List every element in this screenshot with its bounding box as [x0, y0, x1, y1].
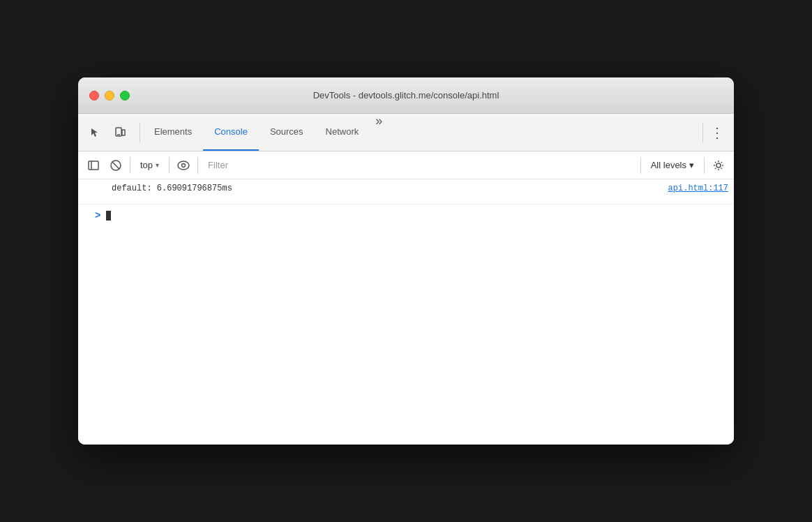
gear-icon [713, 160, 724, 171]
svg-rect-1 [122, 130, 125, 135]
console-log-link[interactable]: api.html:117 [668, 184, 728, 193]
tabs-bar: Elements Console Sources Network » ⋮ [78, 114, 734, 151]
svg-rect-3 [89, 161, 98, 170]
maximize-button[interactable] [120, 91, 130, 100]
minimize-button[interactable] [105, 91, 114, 100]
toolbar-divider-3 [197, 157, 198, 174]
sidebar-toggle-button[interactable] [84, 156, 103, 175]
console-input-row[interactable]: > [78, 204, 734, 227]
toolbar-divider-5 [704, 157, 705, 174]
svg-point-7 [178, 161, 189, 170]
devtools-window: DevTools - devtools.glitch.me/console/ap… [78, 77, 734, 445]
log-levels-arrow: ▾ [689, 160, 694, 170]
console-toolbar: top ▾ All levels ▾ [78, 151, 734, 179]
tab-divider-1 [140, 123, 140, 142]
svg-line-6 [112, 161, 120, 169]
device-svg [114, 127, 126, 138]
log-levels-button[interactable]: All levels ▾ [645, 157, 700, 173]
context-selector-arrow: ▾ [156, 161, 159, 169]
svg-point-9 [716, 163, 721, 167]
devtools-options-button[interactable]: ⋮ [706, 121, 728, 144]
sidebar-icon [88, 161, 99, 170]
context-selector[interactable]: top ▾ [135, 157, 165, 173]
tab-elements[interactable]: Elements [143, 114, 203, 151]
filter-input[interactable] [202, 157, 636, 173]
toolbar-icons [84, 121, 131, 144]
console-settings-button[interactable] [709, 156, 728, 175]
close-button[interactable] [89, 91, 99, 100]
tab-sources[interactable]: Sources [259, 114, 315, 151]
tabs: Elements Console Sources Network » [143, 114, 700, 151]
window-title: DevTools - devtools.glitch.me/console/ap… [313, 90, 499, 100]
tab-network[interactable]: Network [315, 114, 370, 151]
inspect-icon[interactable] [84, 121, 106, 144]
console-log-text: default: 6.69091796875ms [112, 184, 668, 193]
tab-console[interactable]: Console [203, 114, 259, 151]
toolbar-divider-1 [130, 157, 130, 174]
devtools-body: Elements Console Sources Network » ⋮ [78, 114, 734, 445]
cursor-svg [89, 127, 100, 138]
console-log-row: default: 6.69091796875ms api.html:117 [78, 179, 734, 204]
toolbar-divider-2 [169, 157, 170, 174]
svg-point-8 [182, 163, 186, 167]
console-content: default: 6.69091796875ms api.html:117 > [78, 179, 734, 445]
traffic-lights [89, 91, 130, 100]
console-cursor [106, 211, 111, 221]
console-prompt-icon: > [95, 210, 100, 221]
tab-divider-2 [702, 123, 703, 142]
toolbar-divider-4 [640, 157, 641, 174]
clear-errors-button[interactable] [106, 156, 126, 175]
eye-icon [177, 161, 190, 170]
titlebar: DevTools - devtools.glitch.me/console/ap… [78, 77, 734, 114]
more-tabs-button[interactable]: » [370, 114, 388, 151]
live-expression-button[interactable] [174, 156, 193, 175]
stop-icon [110, 160, 121, 171]
device-mode-icon[interactable] [109, 121, 131, 144]
